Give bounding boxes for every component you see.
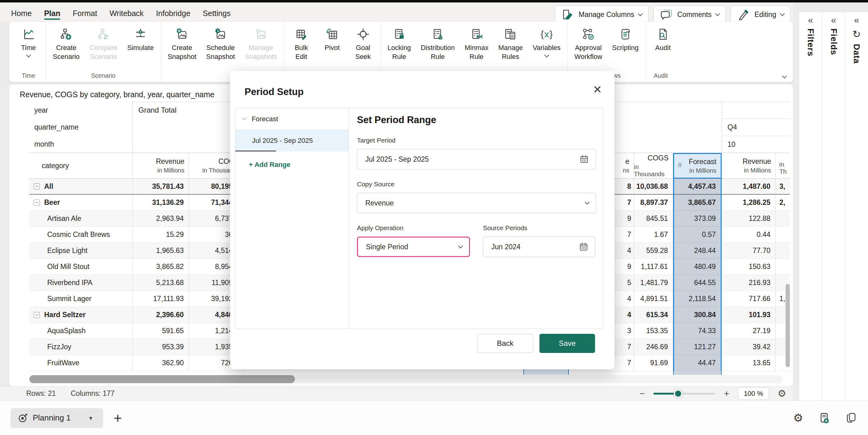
- cell[interactable]: 101.93: [722, 307, 776, 323]
- row-label-cell[interactable]: Artisan Ale: [29, 211, 133, 227]
- cell[interactable]: 1,117.61: [634, 259, 673, 275]
- cell[interactable]: 362.90: [133, 355, 189, 371]
- cell-fragment[interactable]: [776, 243, 790, 259]
- zoom-slider-thumb[interactable]: [674, 389, 682, 398]
- time-button[interactable]: Time: [13, 27, 44, 58]
- pivot-button[interactable]: Pivot: [317, 27, 348, 54]
- cell-fragment[interactable]: [776, 227, 790, 243]
- menu-item-infobridge[interactable]: Infobridge: [156, 9, 190, 20]
- cell[interactable]: 845.51: [634, 211, 673, 227]
- tab-dropdown-caret-icon[interactable]: ▾: [89, 414, 92, 422]
- cell-fragment[interactable]: 3,: [776, 179, 790, 195]
- q4-quarter-header[interactable]: Q4: [722, 119, 790, 136]
- scripting-button[interactable]: Scripting: [607, 27, 644, 54]
- row-dimension-header[interactable]: year quarter_name month: [29, 102, 133, 153]
- menu-item-format[interactable]: Format: [72, 9, 97, 20]
- cell[interactable]: 246.69: [634, 339, 673, 355]
- cell[interactable]: 13.65: [722, 355, 776, 371]
- zoom-slider[interactable]: [653, 393, 715, 395]
- cell[interactable]: 10,036.68: [634, 179, 673, 195]
- apply-operation-select-highlighted[interactable]: Single Period: [357, 237, 470, 257]
- cell-selected[interactable]: 0.57: [673, 227, 722, 243]
- vertical-scrollbar-thumb[interactable]: [785, 284, 790, 367]
- collapse-icon[interactable]: «: [831, 15, 836, 25]
- goal-seek-button[interactable]: Goal Seek: [348, 27, 379, 62]
- row-label-cell[interactable]: Eclipse Light: [29, 243, 133, 259]
- cell[interactable]: 15.29: [133, 227, 189, 243]
- horizontal-scrollbar[interactable]: [29, 375, 783, 383]
- row-label-cell[interactable]: −Beer: [29, 195, 133, 211]
- category-column-header[interactable]: category: [29, 153, 133, 179]
- cell-selected[interactable]: 480.49: [673, 259, 722, 275]
- cell-fragment[interactable]: 2,: [776, 195, 790, 211]
- copy-source-select[interactable]: Revenue: [357, 193, 596, 213]
- cell[interactable]: 591.65: [133, 323, 189, 339]
- cell[interactable]: 2,963.94: [133, 211, 189, 227]
- calendar-icon[interactable]: [579, 242, 588, 252]
- add-range-link[interactable]: + Add Range: [235, 161, 349, 169]
- cell[interactable]: 1,481.79: [634, 275, 673, 291]
- cell[interactable]: 150.63: [722, 259, 776, 275]
- cell[interactable]: 17,111.93: [133, 291, 189, 307]
- cell-selected[interactable]: 121.27: [673, 339, 722, 355]
- locking-rule-button[interactable]: Locking Rule: [382, 27, 416, 62]
- cell[interactable]: 122.88: [722, 211, 776, 227]
- cell[interactable]: 1,286.25: [722, 195, 776, 211]
- cell[interactable]: 1,965.63: [133, 243, 189, 259]
- cell[interactable]: 8,897.37: [634, 195, 673, 211]
- cell[interactable]: 615.34: [634, 307, 673, 323]
- cell-selected[interactable]: 644.55: [673, 275, 722, 291]
- minmax-rule-button[interactable]: Minmax Rule: [460, 27, 493, 62]
- target-period-input[interactable]: Jul 2025 - Sep 2025: [357, 149, 596, 169]
- gt-revenue-header[interactable]: Revenue in Millions: [133, 153, 189, 179]
- q4-revenue-header[interactable]: Revenue in Millions: [722, 153, 776, 179]
- filters-panel-tab[interactable]: « Filters: [799, 12, 822, 400]
- cell-selected[interactable]: 248.44: [673, 243, 722, 259]
- approval-workflow-button[interactable]: Approval Workflow: [569, 27, 607, 62]
- bulk-edit-button[interactable]: Bulk Edit: [286, 27, 317, 62]
- copy-pages-icon[interactable]: [845, 412, 858, 424]
- schedule-snapshot-button[interactable]: Schedule Snapshot: [201, 27, 240, 62]
- save-button[interactable]: Save: [539, 334, 595, 353]
- data-panel-tab[interactable]: « ↻ Data: [845, 12, 868, 400]
- sheet-tab-planning-1[interactable]: Planning 1 ▾: [10, 408, 103, 428]
- cell[interactable]: 717.66: [722, 291, 776, 307]
- add-sheet-button[interactable]: +: [114, 411, 122, 425]
- cell[interactable]: 27.19: [722, 323, 776, 339]
- nav-range-item-selected[interactable]: Jul 2025 - Sep 2025: [235, 130, 349, 152]
- distribution-rule-button[interactable]: Distribution Rule: [416, 27, 460, 62]
- zoom-level-value[interactable]: 100 %: [738, 388, 769, 400]
- cell-selected[interactable]: 300.84: [673, 307, 722, 323]
- calendar-icon[interactable]: [580, 155, 589, 164]
- forecast-column-header-selected[interactable]: # Forecast in Millions: [673, 153, 722, 179]
- collapse-row-icon[interactable]: −: [34, 200, 40, 206]
- cell-selected[interactable]: 4,457.43: [673, 179, 722, 195]
- editing-mode-button[interactable]: Editing: [731, 5, 790, 24]
- dim-quarter-name[interactable]: quarter_name: [29, 119, 132, 136]
- row-label-cell[interactable]: Summit Lager: [29, 291, 133, 307]
- cell[interactable]: 77.70: [722, 243, 776, 259]
- row-label-cell[interactable]: FruitWave: [29, 355, 133, 371]
- manage-rules-button[interactable]: Manage Rules: [493, 27, 528, 62]
- cell[interactable]: 39.42: [722, 339, 776, 355]
- create-snapshot-button[interactable]: Create Snapshot: [163, 27, 201, 62]
- menu-item-home[interactable]: Home: [11, 9, 32, 20]
- manage-columns-button[interactable]: Manage Columns: [555, 5, 648, 24]
- cell[interactable]: 5,213.68: [133, 275, 189, 291]
- menu-item-writeback[interactable]: Writeback: [110, 9, 144, 20]
- source-periods-input[interactable]: Jun 2024: [483, 237, 595, 257]
- row-label-cell[interactable]: FizzJoy: [29, 339, 133, 355]
- cell[interactable]: 2,396.60: [133, 307, 189, 323]
- menu-item-settings[interactable]: Settings: [203, 9, 231, 20]
- cell-selected[interactable]: 2,118.54: [673, 291, 722, 307]
- m9-cogs-header[interactable]: COGS in Thousands: [634, 153, 673, 179]
- row-label-cell[interactable]: −All: [29, 179, 133, 195]
- q4-month-header[interactable]: 10: [722, 136, 790, 153]
- cell-selected[interactable]: 44.47: [673, 355, 722, 371]
- add-data-source-icon[interactable]: [818, 412, 830, 424]
- cell[interactable]: 3,865.82: [133, 259, 189, 275]
- menu-item-plan[interactable]: Plan: [44, 9, 61, 20]
- cell[interactable]: 0.44: [722, 227, 776, 243]
- cell[interactable]: 4,891.51: [634, 291, 673, 307]
- refresh-icon[interactable]: ↻: [852, 28, 861, 40]
